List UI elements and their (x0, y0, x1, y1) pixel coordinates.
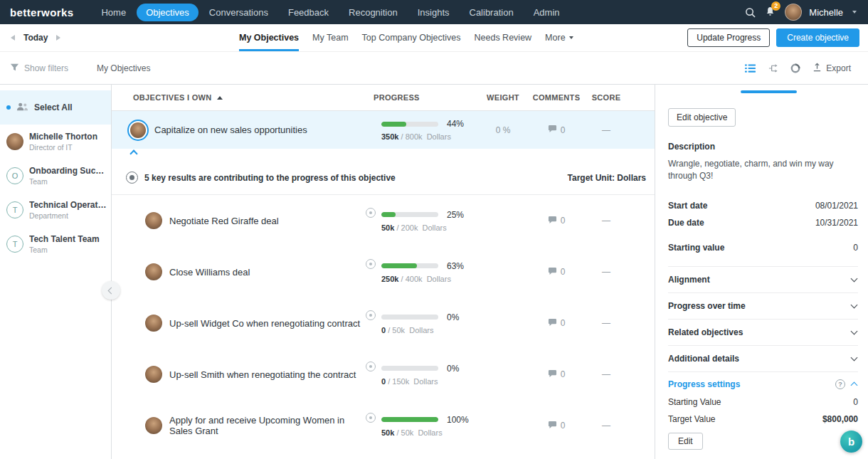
sidebar-item-technical-operations[interactable]: T Technical Operati... Department (0, 193, 111, 227)
tab-more[interactable]: More (545, 24, 573, 51)
ps-starting-value: 0 (853, 397, 858, 407)
progress-bar-fill (381, 417, 438, 422)
nav-recognition[interactable]: Recognition (339, 4, 407, 21)
section-alignment[interactable]: Alignment (668, 266, 858, 292)
update-progress-button[interactable]: Update Progress (687, 28, 770, 47)
section-progress-settings[interactable]: Progress settings ? (668, 371, 858, 397)
starting-value-label: Starting value (668, 243, 724, 253)
list-view-icon[interactable] (745, 63, 756, 73)
nav-insights[interactable]: Insights (408, 4, 459, 21)
weight-header: WEIGHT (478, 93, 528, 102)
progress-percent: 100% (447, 415, 469, 425)
chat-launcher-button[interactable]: b (840, 431, 862, 453)
donut-view-icon[interactable] (790, 63, 800, 73)
comments-count[interactable]: 0 (548, 318, 566, 329)
expanded-indicator-strip (112, 149, 655, 161)
nav-feedback[interactable]: Feedback (279, 4, 338, 21)
key-result-title[interactable]: Up-sell Widget Co when renegotiating con… (169, 318, 360, 329)
description-label: Description (668, 142, 858, 152)
key-result-row[interactable]: Close Williams deal 63% 250k / 400k Doll… (112, 246, 655, 297)
sidebar-item-onboarding-success[interactable]: O Onboarding Succ... Team (0, 159, 111, 193)
progress-bar (381, 366, 438, 371)
show-filters-button[interactable]: Show filters (10, 63, 68, 74)
chevron-down-icon (851, 301, 858, 308)
panel-active-tab-indicator[interactable] (741, 90, 797, 93)
progress-bar (381, 315, 438, 320)
progress-bar (381, 263, 438, 268)
betterworks-logo[interactable]: betterworks (10, 6, 73, 19)
collapse-sidebar-button[interactable] (102, 281, 120, 300)
score-value: — (602, 421, 610, 431)
comment-bubble-icon (548, 369, 557, 380)
nav-calibration[interactable]: Calibration (460, 4, 523, 21)
next-date-arrow-icon[interactable] (56, 35, 60, 41)
key-result-row[interactable]: Apply for and receive Upcoming Women in … (112, 400, 655, 451)
sidebar-item-label: Onboarding Succ... (29, 166, 107, 176)
help-icon[interactable]: ? (835, 379, 845, 389)
alignment-icon[interactable] (366, 362, 376, 371)
objective-title[interactable]: Capitalize on new sales opportunities (154, 125, 307, 135)
comments-count[interactable]: 0 (548, 216, 566, 226)
progress-bar-fill (381, 212, 396, 217)
objective-row[interactable]: Capitalize on new sales opportunities 44… (112, 111, 655, 149)
ps-target-value-label: Target Value (668, 414, 716, 424)
comments-count[interactable]: 0 (548, 369, 566, 380)
comments-count[interactable]: 0 (548, 267, 566, 278)
section-additional-details[interactable]: Additional details (668, 345, 858, 371)
prev-date-arrow-icon[interactable] (11, 35, 15, 41)
notifications-button[interactable]: 2 (765, 6, 776, 19)
export-button[interactable]: Export (813, 63, 851, 74)
avatar (145, 366, 162, 383)
user-avatar[interactable] (785, 4, 802, 21)
sidebar-item-select-all[interactable]: Select All (0, 90, 111, 125)
tab-needs-review[interactable]: Needs Review (475, 24, 532, 51)
chevron-down-icon[interactable] (852, 11, 857, 14)
comments-count[interactable]: 0 (548, 125, 566, 135)
sidebar-item-sublabel: Director of IT (29, 143, 97, 152)
progress-values: 0 / 150k Dollars (381, 377, 459, 386)
due-date-label: Due date (668, 218, 704, 228)
progress-values: 0 / 50k Dollars (381, 326, 459, 334)
nav-conversations[interactable]: Conversations (200, 4, 277, 21)
comments-count[interactable]: 0 (548, 421, 566, 431)
alignment-icon[interactable] (366, 208, 376, 218)
section-progress-over-time[interactable]: Progress over time (668, 292, 858, 319)
tab-top-company-objectives[interactable]: Top Company Objectives (362, 24, 461, 51)
sidebar-item-tech-talent-team[interactable]: T Tech Talent Team Team (0, 227, 111, 261)
main-nav: Home Objectives Conversations Feedback R… (92, 4, 568, 21)
progress-values: 250k / 400k Dollars (381, 275, 464, 283)
alignment-icon[interactable] (366, 259, 376, 269)
cascade-view-icon[interactable] (768, 63, 778, 73)
key-result-title[interactable]: Up-sell Smith when renegotiating the con… (169, 369, 356, 380)
create-objective-button[interactable]: Create objective (776, 28, 859, 47)
score-value: — (602, 369, 610, 379)
key-result-title[interactable]: Close Williams deal (169, 267, 250, 278)
key-result-row[interactable]: Up-sell Widget Co when renegotiating con… (112, 297, 655, 349)
sort-objectives-header[interactable]: OBJECTIVES I OWN (112, 93, 364, 102)
due-date-row: Due date 10/31/2021 (668, 218, 858, 228)
tab-my-team[interactable]: My Team (312, 24, 348, 51)
search-icon[interactable] (745, 7, 756, 18)
edit-objective-button[interactable]: Edit objective (668, 108, 736, 127)
objectives-subheader: Today My Objectives My Team Top Company … (0, 24, 868, 52)
key-result-title[interactable]: Negotiate Red Giraffe deal (169, 216, 279, 226)
key-result-title[interactable]: Apply for and receive Upcoming Women in … (169, 415, 364, 436)
objective-owner-ring (127, 120, 149, 141)
target-unit: Target Unit: Dollars (568, 173, 646, 183)
user-name[interactable]: Michelle (809, 7, 843, 18)
nav-admin[interactable]: Admin (524, 4, 569, 21)
alignment-icon[interactable] (366, 413, 376, 423)
alignment-icon[interactable] (366, 310, 376, 320)
tab-my-objectives[interactable]: My Objectives (239, 24, 299, 51)
section-related-objectives[interactable]: Related objectives (668, 319, 858, 345)
nav-home[interactable]: Home (92, 4, 135, 21)
nav-objectives[interactable]: Objectives (137, 4, 199, 21)
collapse-key-results-icon[interactable] (129, 149, 137, 157)
edit-progress-settings-button[interactable]: Edit (668, 433, 703, 450)
chevron-down-icon (851, 327, 858, 334)
key-result-row[interactable]: Negotiate Red Giraffe deal 25% 50k / 200… (112, 195, 655, 246)
view-switcher: Export (745, 63, 851, 74)
ps-target-value: $800,000 (822, 414, 858, 424)
key-result-row[interactable]: Up-sell Smith when renegotiating the con… (112, 349, 655, 400)
sidebar-item-michelle-thorton[interactable]: Michelle Thorton Director of IT (0, 125, 111, 159)
